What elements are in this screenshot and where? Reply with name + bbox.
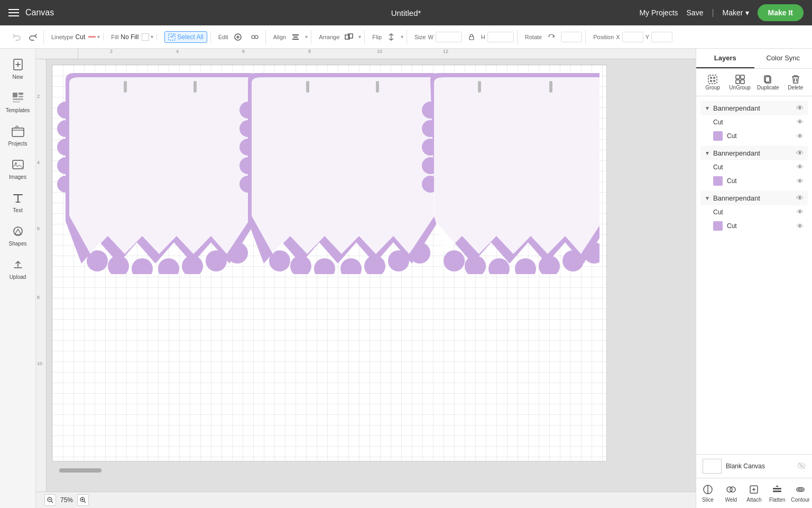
hscroll-thumb[interactable] bbox=[59, 468, 102, 473]
arrange-group: Arrange ▾ bbox=[316, 30, 365, 44]
layer-group-1-item-0[interactable]: Cut 👁 bbox=[709, 115, 808, 129]
lock-ratio-button[interactable] bbox=[464, 30, 479, 44]
svg-rect-14 bbox=[13, 98, 23, 100]
svg-point-32 bbox=[132, 258, 153, 274]
layer-group-2-item-1[interactable]: Cut 👁 bbox=[709, 174, 808, 188]
make-it-button[interactable]: Make It bbox=[758, 4, 804, 21]
fill-select[interactable]: No Fill ▾ bbox=[121, 33, 153, 41]
svg-point-49 bbox=[269, 250, 290, 271]
layer-group-2-header[interactable]: ▼ Bannerpendant 👁 bbox=[700, 146, 808, 160]
layer-item-eye[interactable]: 👁 bbox=[797, 132, 804, 140]
sidebar-item-new-label: New bbox=[12, 74, 23, 80]
layer-group-3-item-0[interactable]: Cut 👁 bbox=[709, 205, 808, 219]
delete-button[interactable]: Delete bbox=[783, 72, 808, 93]
svg-point-30 bbox=[87, 250, 108, 271]
layer-group-3-eye[interactable]: 👁 bbox=[796, 194, 804, 202]
maker-selector[interactable]: Maker ▾ bbox=[723, 8, 749, 17]
layer-group-3-header[interactable]: ▼ Bannerpendant 👁 bbox=[700, 190, 808, 205]
flip-button[interactable] bbox=[384, 30, 399, 44]
select-all-button[interactable]: Select All bbox=[164, 31, 207, 43]
zoom-out-button[interactable] bbox=[44, 494, 56, 506]
group-button[interactable]: Group bbox=[700, 72, 725, 93]
sidebar-item-upload[interactable]: Upload bbox=[3, 253, 33, 284]
layer-group-1-items: Cut 👁 Cut 👁 bbox=[709, 115, 808, 143]
canvas-inner bbox=[52, 65, 607, 461]
sidebar-item-templates[interactable]: Templates bbox=[3, 86, 33, 117]
svg-rect-57 bbox=[376, 81, 379, 93]
layer-group-3-item-1[interactable]: Cut 👁 bbox=[709, 219, 808, 233]
edit-button[interactable] bbox=[230, 30, 245, 44]
svg-rect-13 bbox=[19, 96, 23, 97]
zoom-bar: 75% bbox=[36, 492, 696, 508]
canvas-hscroll[interactable] bbox=[47, 467, 696, 474]
svg-rect-15 bbox=[13, 101, 20, 103]
svg-rect-37 bbox=[124, 81, 127, 93]
rotate-input[interactable] bbox=[561, 32, 582, 42]
blank-canvas-eye[interactable] bbox=[797, 461, 806, 471]
svg-rect-76 bbox=[549, 81, 552, 93]
layer-group-1: ▼ Bannerpendant 👁 Cut 👁 Cut 👁 bbox=[700, 101, 808, 143]
layer-group-1-eye[interactable]: 👁 bbox=[796, 104, 804, 112]
layer-group-1-header[interactable]: ▼ Bannerpendant 👁 bbox=[700, 101, 808, 115]
x-input[interactable] bbox=[622, 32, 643, 42]
duplicate-button[interactable]: Duplicate bbox=[755, 72, 781, 93]
tab-layers[interactable]: Layers bbox=[696, 49, 754, 68]
layer-item-eye[interactable]: 👁 bbox=[797, 177, 804, 185]
layer-item-eye[interactable]: 👁 bbox=[797, 222, 804, 230]
sidebar-item-shapes[interactable]: Shapes bbox=[3, 220, 33, 251]
sidebar-item-text[interactable]: Text bbox=[3, 186, 33, 217]
size-label: Size bbox=[414, 34, 426, 40]
slice-button[interactable]: Slice bbox=[696, 480, 719, 506]
hamburger-menu[interactable] bbox=[8, 9, 19, 16]
main-layout: New Templates Projects bbox=[0, 49, 812, 508]
contour-button[interactable]: Contour bbox=[789, 480, 812, 506]
align-button[interactable] bbox=[288, 30, 303, 44]
layer-item-eye[interactable]: 👁 bbox=[797, 118, 804, 126]
svg-point-68 bbox=[444, 250, 465, 271]
layer-group-2-item-0[interactable]: Cut 👁 bbox=[709, 160, 808, 174]
ruler-container: 2 4 6 8 10 12 bbox=[36, 49, 696, 59]
svg-rect-98 bbox=[773, 491, 781, 492]
svg-point-70 bbox=[488, 258, 510, 274]
layer-item-eye[interactable]: 👁 bbox=[797, 208, 804, 216]
svg-point-73 bbox=[562, 250, 584, 271]
zoom-in-button[interactable] bbox=[77, 494, 89, 506]
sidebar-item-projects[interactable]: Projects bbox=[3, 120, 33, 151]
my-projects-link[interactable]: My Projects bbox=[639, 8, 678, 17]
save-button[interactable]: Save bbox=[687, 8, 704, 17]
layer-group-2-name: Bannerpendant bbox=[713, 149, 793, 157]
weld-button[interactable]: Weld bbox=[719, 480, 743, 506]
width-input[interactable] bbox=[436, 32, 462, 42]
align-group: Align ▾ bbox=[270, 30, 311, 44]
linetype-select[interactable]: Cut ▾ bbox=[76, 33, 100, 41]
arrange-button[interactable] bbox=[342, 30, 356, 44]
canvas-scroll[interactable] bbox=[47, 59, 696, 492]
flatten-button[interactable]: Flatten bbox=[765, 480, 789, 506]
layer-item-name: Cut bbox=[713, 164, 792, 171]
navbar-right: My Projects Save | Maker ▾ Make It bbox=[639, 4, 804, 21]
svg-point-35 bbox=[206, 250, 227, 271]
height-input[interactable] bbox=[487, 32, 514, 42]
linetype-label: Linetype bbox=[51, 34, 73, 40]
attach-button[interactable]: Attach bbox=[743, 480, 766, 506]
redo-button[interactable] bbox=[25, 30, 40, 44]
sidebar-item-new[interactable]: New bbox=[3, 53, 33, 84]
svg-rect-5 bbox=[293, 37, 298, 38]
ungroup-button[interactable]: UnGroup bbox=[727, 72, 753, 93]
ruler-corner bbox=[36, 49, 78, 59]
sidebar-item-images[interactable]: Images bbox=[3, 153, 33, 184]
y-label: Y bbox=[645, 34, 649, 40]
layer-item-eye[interactable]: 👁 bbox=[797, 163, 804, 171]
canvas-area: 2 4 6 8 10 12 2 4 6 8 10 bbox=[36, 49, 696, 508]
y-input[interactable] bbox=[651, 32, 672, 42]
tab-color-sync[interactable]: Color Sync bbox=[754, 49, 813, 68]
w-label: W bbox=[428, 34, 433, 40]
blank-canvas-thumbnail bbox=[703, 459, 722, 474]
svg-point-54 bbox=[388, 250, 409, 271]
svg-point-34 bbox=[182, 256, 203, 274]
layer-group-1-item-1[interactable]: Cut 👁 bbox=[709, 129, 808, 143]
undo-button[interactable] bbox=[10, 30, 24, 44]
layer-group-2-eye[interactable]: 👁 bbox=[796, 149, 804, 157]
layer-group-3: ▼ Bannerpendant 👁 Cut 👁 Cut 👁 bbox=[700, 190, 808, 233]
weld-button[interactable] bbox=[247, 30, 262, 44]
